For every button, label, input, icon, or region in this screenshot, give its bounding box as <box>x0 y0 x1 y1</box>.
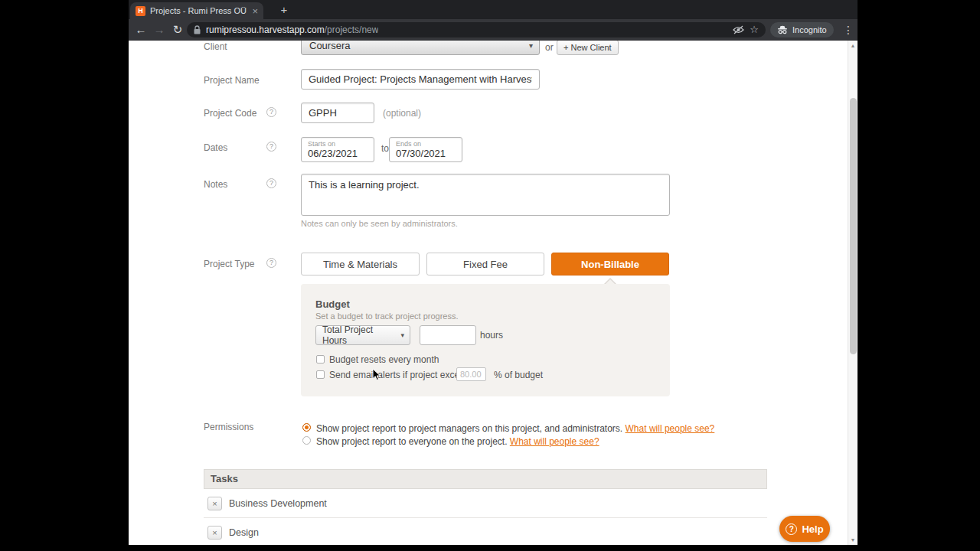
what-will-people-see-link[interactable]: What will people see? <box>510 436 599 447</box>
permissions-option-1-text: Show project report to project managers … <box>316 423 622 434</box>
url-text: rumipressou.harvestapp.com/projects/new <box>206 24 378 35</box>
optional-text: (optional) <box>383 108 421 119</box>
project-name-input[interactable] <box>301 69 540 90</box>
project-type-label: Project Type <box>204 259 254 269</box>
new-client-button[interactable]: + New Client <box>557 41 619 55</box>
task-name: Design <box>229 518 259 545</box>
project-name-label: Project Name <box>204 75 260 86</box>
budget-metric-value: Total Project Hours <box>322 324 394 346</box>
project-type-time-materials-button[interactable]: Time & Materials <box>301 253 420 276</box>
end-date-field[interactable]: Ends on 07/30/2021 <box>389 137 462 162</box>
browser-window: H Projects - Rumi Press OÜ × + ← → ↻ rum… <box>129 0 858 545</box>
client-label: Client <box>204 41 227 52</box>
tab-close-icon[interactable]: × <box>252 6 258 16</box>
permissions-radio-managers[interactable] <box>302 423 311 432</box>
reload-button[interactable]: ↻ <box>170 19 185 41</box>
remove-task-button[interactable]: × <box>207 497 222 510</box>
budget-reset-label: Budget resets every month <box>329 354 439 365</box>
task-row: × Business Development <box>204 489 767 518</box>
project-code-input[interactable] <box>301 103 374 123</box>
eye-slash-icon[interactable] <box>733 25 744 34</box>
budget-title: Budget <box>315 298 350 310</box>
task-name: Business Development <box>229 489 327 518</box>
notes-label: Notes <box>204 179 227 190</box>
help-button-label: Help <box>802 523 823 535</box>
incognito-label: Incognito <box>792 25 827 34</box>
budget-subtitle: Set a budget to track project progress. <box>315 311 459 321</box>
harvest-favicon-icon: H <box>136 6 145 16</box>
permissions-radio-everyone[interactable] <box>302 436 311 445</box>
browser-tab[interactable]: H Projects - Rumi Press OÜ × <box>130 2 263 19</box>
browser-toolbar: ← → ↻ rumipressou.harvestapp.com/project… <box>129 19 858 41</box>
to-text: to <box>381 143 389 154</box>
budget-reset-checkbox[interactable] <box>316 355 325 364</box>
task-row: × Design <box>204 518 767 545</box>
url-domain: rumipressou.harvestapp.com <box>206 24 325 35</box>
client-select[interactable]: Coursera ▾ <box>301 41 540 55</box>
scroll-down-icon[interactable]: ▼ <box>848 537 858 543</box>
question-mark-icon: ? <box>786 523 797 535</box>
permissions-label: Permissions <box>204 422 253 432</box>
notes-hint: Notes can only be seen by administrators… <box>301 219 458 228</box>
ends-on-label: Ends on <box>396 140 456 148</box>
back-button[interactable]: ← <box>133 19 149 41</box>
page-scrollbar[interactable]: ▲ ▼ <box>848 41 858 545</box>
remove-task-button[interactable]: × <box>207 526 222 540</box>
browser-menu-icon[interactable]: ⋮ <box>841 19 856 41</box>
bookmark-star-icon[interactable]: ☆ <box>750 22 759 37</box>
help-button[interactable]: ? Help <box>779 516 830 542</box>
project-type-fixed-fee-button[interactable]: Fixed Fee <box>426 253 544 276</box>
new-tab-button[interactable]: + <box>276 2 292 18</box>
permissions-option-2: Show project report to everyone on the p… <box>316 436 599 447</box>
help-icon[interactable]: ? <box>266 107 276 117</box>
help-icon[interactable]: ? <box>266 178 276 188</box>
start-date-value: 06/23/2021 <box>308 148 368 159</box>
incognito-badge: Incognito <box>770 22 834 37</box>
client-select-value: Coursera <box>309 41 350 51</box>
email-alert-label: Send email alerts if project exceeds <box>329 370 474 380</box>
tab-strip: H Projects - Rumi Press OÜ × + <box>129 0 858 19</box>
budget-metric-select[interactable]: Total Project Hours ▾ <box>315 325 410 345</box>
what-will-people-see-link[interactable]: What will people see? <box>626 423 715 434</box>
tab-title: Projects - Rumi Press OÜ <box>150 6 247 15</box>
lock-icon[interactable] <box>194 25 201 34</box>
permissions-option-2-text: Show project report to everyone on the p… <box>316 436 507 447</box>
forward-button[interactable]: → <box>152 19 167 41</box>
help-icon[interactable]: ? <box>266 142 276 152</box>
project-code-label: Project Code <box>204 108 256 119</box>
address-bar[interactable]: rumipressou.harvestapp.com/projects/new … <box>187 22 766 37</box>
mouse-cursor <box>372 368 381 385</box>
email-alert-checkbox[interactable] <box>316 370 325 379</box>
start-date-field[interactable]: Starts on 06/23/2021 <box>301 137 374 162</box>
scroll-up-icon[interactable]: ▲ <box>848 43 858 48</box>
notes-textarea[interactable]: This is a learning project. <box>301 174 670 216</box>
help-icon[interactable]: ? <box>266 258 276 268</box>
dates-label: Dates <box>204 142 227 153</box>
end-date-value: 07/30/2021 <box>396 148 456 159</box>
scrollbar-thumb[interactable] <box>850 98 857 354</box>
budget-panel: Budget Set a budget to track project pro… <box>301 284 670 396</box>
alert-percent-input[interactable] <box>456 367 486 381</box>
budget-hours-input[interactable] <box>420 325 476 345</box>
url-path: /projects/new <box>325 24 379 35</box>
harvest-new-project-page: Client Coursera ▾ or + New Client Projec… <box>129 41 858 545</box>
incognito-icon <box>777 25 788 34</box>
chevron-down-icon: ▾ <box>400 331 404 339</box>
or-text: or <box>545 42 554 53</box>
permissions-option-1: Show project report to project managers … <box>316 423 714 434</box>
project-type-non-billable-button[interactable]: Non-Billable <box>551 253 669 276</box>
percent-of-budget-text: % of budget <box>494 370 543 380</box>
chevron-down-icon: ▾ <box>529 41 533 50</box>
hours-suffix: hours <box>480 330 503 341</box>
tasks-section-header: Tasks <box>204 469 767 489</box>
starts-on-label: Starts on <box>308 140 368 148</box>
